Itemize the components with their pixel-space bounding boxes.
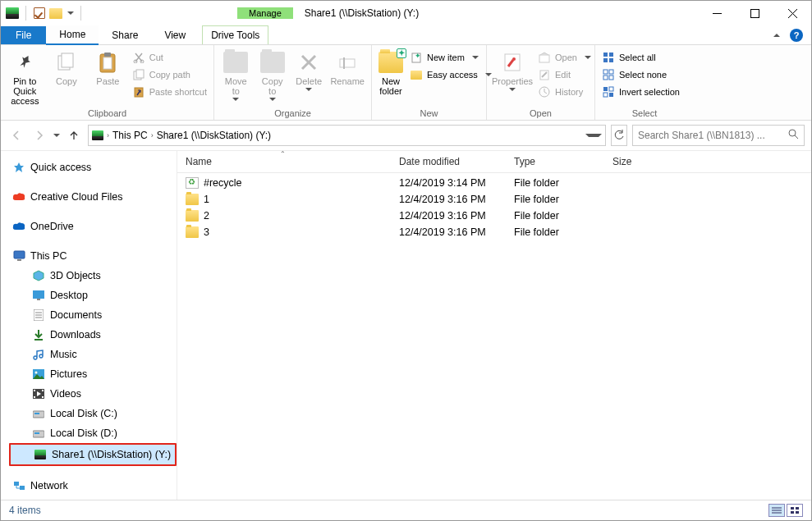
- status-bar: 4 items: [1, 500, 811, 519]
- svg-rect-28: [609, 58, 613, 62]
- address-dropdown-icon[interactable]: [585, 134, 602, 137]
- col-size[interactable]: Size: [604, 151, 686, 172]
- tab-share[interactable]: Share: [99, 26, 151, 44]
- copy-to-button[interactable]: Copy to: [257, 48, 287, 101]
- search-input[interactable]: Search Share1 (\\BN1813) ...: [632, 125, 805, 146]
- edit-button[interactable]: Edit: [538, 67, 591, 82]
- open-button[interactable]: Open: [538, 50, 591, 65]
- column-headers: Name⌃ Date modified Type Size: [177, 151, 811, 173]
- svg-rect-32: [609, 75, 613, 80]
- svg-rect-26: [609, 53, 613, 57]
- window-title: Share1 (\\DiskStation) (Y:): [293, 7, 419, 19]
- nav-downloads[interactable]: Downloads: [9, 325, 177, 345]
- nav-videos[interactable]: Videos: [9, 384, 177, 404]
- group-open-label: Open: [493, 108, 588, 120]
- nav-share1-highlight: Share1 (\\DiskStation) (Y:): [9, 443, 177, 466]
- svg-rect-59: [14, 482, 19, 486]
- qat-dropdown-icon[interactable]: [67, 11, 74, 15]
- svg-rect-35: [603, 93, 608, 97]
- svg-rect-8: [104, 53, 111, 57]
- file-name: 2: [204, 210, 209, 222]
- select-none-button[interactable]: Select none: [602, 67, 680, 82]
- svg-rect-54: [42, 396, 44, 398]
- file-tab[interactable]: File: [1, 26, 46, 44]
- nav-onedrive[interactable]: OneDrive: [9, 217, 177, 236]
- nav-pictures[interactable]: Pictures: [9, 364, 177, 384]
- tab-home[interactable]: Home: [46, 25, 99, 45]
- cut-button[interactable]: Cut: [132, 50, 207, 65]
- file-row[interactable]: 112/4/2019 3:16 PMFile folder: [177, 191, 811, 208]
- forward-button[interactable]: [30, 126, 48, 144]
- new-folder-button[interactable]: ✦ New folder: [378, 48, 403, 96]
- titlebar: Manage Share1 (\\DiskStation) (Y:): [1, 1, 811, 25]
- svg-rect-56: [34, 413, 39, 414]
- svg-rect-40: [17, 259, 21, 261]
- file-size: [604, 199, 686, 200]
- file-row[interactable]: #recycle12/4/2019 3:14 PMFile folder: [177, 175, 811, 191]
- tab-drive-tools[interactable]: Drive Tools: [202, 25, 268, 44]
- copy-button[interactable]: Copy: [49, 48, 85, 86]
- nav-music[interactable]: Music: [9, 345, 177, 364]
- history-button[interactable]: History: [538, 85, 591, 99]
- back-button[interactable]: [7, 126, 25, 144]
- view-details-icon[interactable]: [768, 504, 785, 517]
- refresh-button[interactable]: [611, 125, 627, 146]
- invert-selection-button[interactable]: Invert selection: [602, 85, 680, 99]
- recycle-icon: [186, 177, 199, 189]
- svg-rect-65: [796, 507, 799, 510]
- svg-rect-66: [791, 511, 794, 514]
- nav-documents[interactable]: Documents: [9, 305, 177, 325]
- svg-rect-41: [33, 290, 44, 299]
- recent-dropdown-icon[interactable]: [53, 134, 60, 137]
- nav-network[interactable]: Network: [9, 476, 177, 496]
- easy-access-button[interactable]: Easy access: [410, 67, 492, 82]
- pin-quick-access-button[interactable]: Pin to Quick access: [7, 48, 43, 106]
- copy-path-button[interactable]: Copy path: [132, 67, 207, 82]
- col-name[interactable]: Name⌃: [177, 151, 391, 172]
- rename-button[interactable]: Rename: [330, 48, 365, 86]
- svg-rect-7: [103, 57, 112, 69]
- nav-local-disk-c[interactable]: Local Disk (C:): [9, 404, 177, 423]
- crumb-current: Share1 (\\DiskStation) (Y:): [157, 130, 271, 141]
- file-row[interactable]: 312/4/2019 3:16 PMFile folder: [177, 224, 811, 240]
- col-type[interactable]: Type: [506, 151, 604, 172]
- nav-tree[interactable]: Quick access Creative Cloud Files OneDri…: [1, 151, 177, 500]
- svg-rect-58: [34, 432, 39, 434]
- help-icon[interactable]: ?: [790, 29, 803, 42]
- view-large-icon[interactable]: [787, 504, 803, 517]
- select-all-button[interactable]: Select all: [602, 50, 680, 65]
- minimize-button[interactable]: [698, 1, 736, 25]
- tab-view[interactable]: View: [151, 26, 199, 44]
- nav-desktop[interactable]: Desktop: [9, 286, 177, 305]
- crumb-thispc: This PC: [112, 130, 148, 141]
- col-date[interactable]: Date modified: [391, 151, 506, 172]
- nav-3d-objects[interactable]: 3D Objects: [9, 266, 177, 286]
- nav-share1[interactable]: Share1 (\\DiskStation) (Y:): [11, 445, 175, 464]
- close-button[interactable]: [773, 1, 811, 25]
- nav-thispc[interactable]: This PC: [9, 246, 177, 266]
- paste-button[interactable]: Paste: [90, 48, 126, 86]
- up-button[interactable]: [65, 126, 83, 144]
- file-name: 3: [204, 226, 209, 238]
- file-date: 12/4/2019 3:16 PM: [391, 226, 506, 239]
- app-icon: [6, 7, 19, 20]
- delete-button[interactable]: Delete: [294, 48, 323, 91]
- svg-rect-25: [603, 53, 608, 57]
- paste-shortcut-button[interactable]: Paste shortcut: [132, 85, 207, 99]
- qat-newfolder-icon[interactable]: [49, 7, 62, 20]
- move-to-button[interactable]: Move to: [221, 48, 250, 101]
- main-area: Quick access Creative Cloud Files OneDri…: [1, 151, 811, 500]
- ribbon: Pin to Quick access Copy Paste Cut Copy …: [1, 45, 811, 121]
- qat-properties-icon[interactable]: [33, 7, 46, 20]
- new-item-button[interactable]: ✦New item: [410, 50, 492, 65]
- file-size: [604, 182, 686, 184]
- svg-rect-27: [603, 58, 608, 62]
- file-row[interactable]: 212/4/2019 3:16 PMFile folder: [177, 208, 811, 224]
- nav-quick-access[interactable]: Quick access: [9, 158, 177, 177]
- nav-local-disk-d[interactable]: Local Disk (D:): [9, 423, 177, 443]
- breadcrumb-bar[interactable]: › This PC › Share1 (\\DiskStation) (Y:): [88, 125, 606, 146]
- nav-creative-cloud[interactable]: Creative Cloud Files: [9, 187, 177, 207]
- maximize-button[interactable]: [736, 1, 773, 25]
- ribbon-collapse-icon[interactable]: [773, 34, 780, 37]
- properties-button[interactable]: Properties: [493, 48, 531, 91]
